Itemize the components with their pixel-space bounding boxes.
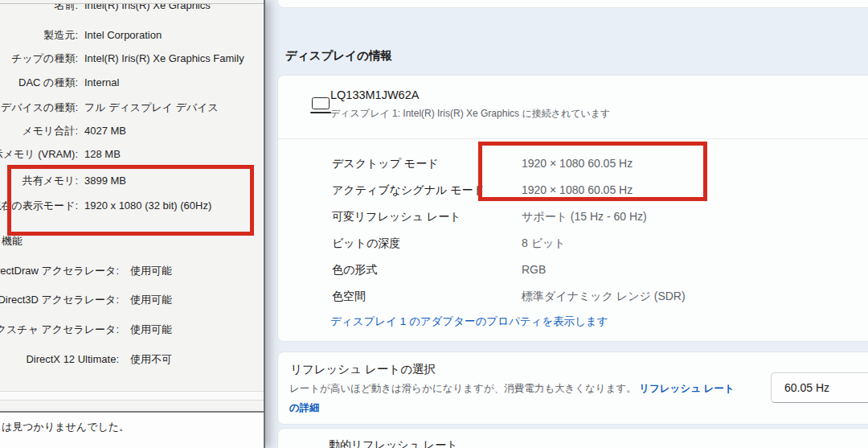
row-value: Intel(R) Iris(R) Xe Graphics Family [84, 51, 244, 67]
screenshot-root: ディスプレイの情報 LQ133M1JW62A ディスプレイ 1: Intel(R… [0, 0, 868, 448]
row-value: Internal [84, 75, 119, 91]
refresh-rate-title: リフレッシュ レートの選択 [290, 362, 436, 377]
notes-groupbox-line [0, 400, 264, 401]
dxdiag-row-shared-memory: 共有メモリ: 3899 MB [0, 173, 264, 189]
dxdiag-row-directdraw: DirectDraw アクセラレータ: 使用可能 [0, 263, 264, 279]
refresh-rate-description-text: レートが高いほど動きは滑らかになりますが、消費電力も大きくなります。 [289, 383, 639, 394]
dxdiag-row-vram: 表示メモリ (VRAM): 128 MB [0, 146, 264, 162]
groupbox-gap [0, 392, 264, 400]
dxdiag-window: 名前: Intel(R) Iris(R) Xe Graphics 製造元: In… [0, 0, 265, 448]
refresh-rate-dropdown[interactable]: 60.05 Hz [771, 372, 868, 403]
display-info-card-header[interactable]: LQ133M1JW62A ディスプレイ 1: Intel(R) Iris(R) … [278, 76, 868, 138]
dxdiag-row-device-type: デバイスの種類: フル ディスプレイ デバイス [0, 100, 264, 116]
dxdiag-row-direct3d: Direct3D アクセラレータ: 使用可能 [0, 292, 264, 308]
adapter-properties-link[interactable]: ディスプレイ 1 のアダプターのプロパティを表示します [330, 314, 608, 329]
row-label: 製造元: [43, 27, 78, 43]
row-label: デバイスの種類: [1, 100, 78, 116]
dxdiag-features-header: 機能 [2, 233, 23, 249]
row-value: RGB [522, 261, 546, 277]
row-value: 使用可能 [130, 292, 172, 308]
row-label: DirectDraw アクセラレータ: [0, 263, 119, 279]
settings-display-page: ディスプレイの情報 LQ133M1JW62A ディスプレイ 1: Intel(R… [265, 0, 868, 448]
dxdiag-row-manufacturer: 製造元: Intel Corporation [0, 27, 264, 43]
row-label: AGP テクスチャ アクセラレータ: [0, 322, 119, 338]
groupbox-top-line [0, 3, 264, 4]
row-label: 可変リフレッシュ レート [332, 208, 461, 224]
dxdiag-row-agp-texture: AGP テクスチャ アクセラレータ: 使用可能 [0, 322, 264, 338]
display-info-card: LQ133M1JW62A ディスプレイ 1: Intel(R) Iris(R) … [277, 75, 868, 342]
notes-text: は見つかりませんでした。 [2, 420, 129, 434]
dxdiag-row-dac-type: DAC の種類: Internal [0, 75, 264, 91]
row-value: 使用可能 [130, 263, 172, 279]
row-label: 色の形式 [332, 261, 377, 277]
row-value: 標準ダイナミック レンジ (SDR) [522, 288, 686, 304]
row-value: Intel Corporation [84, 27, 162, 43]
refresh-rate-description: レートが高いほど動きは滑らかになりますが、消費電力も大きくなります。 リフレッシ… [289, 379, 751, 417]
row-label: メモリ合計: [22, 123, 78, 139]
row-label: Direct3D アクセラレータ: [0, 292, 119, 308]
row-value: サポート (15 Hz - 60 Hz) [522, 208, 647, 224]
row-value: 1920 × 1080 60.05 Hz [522, 182, 633, 198]
row-label: 共有メモリ: [22, 173, 78, 189]
laptop-icon [310, 97, 331, 115]
dxdiag-row-chip-type: チップの種類: Intel(R) Iris(R) Xe Graphics Fam… [0, 51, 264, 67]
row-label: ビットの深度 [332, 235, 400, 251]
row-label: デスクトップ モード [332, 155, 439, 171]
monitor-connection-subtitle: ディスプレイ 1: Intel(R) Iris(R) Xe Graphics に… [330, 107, 610, 121]
refresh-rate-card: リフレッシュ レートの選択 レートが高いほど動きは滑らかになりますが、消費電力も… [277, 351, 868, 425]
monitor-name: LQ133M1JW62A [330, 88, 419, 101]
dynamic-refresh-rate-title: 動的リフレッシュ レート [329, 438, 458, 448]
section-header-display-info: ディスプレイの情報 [285, 48, 392, 64]
row-value: フル ディスプレイ デバイス [84, 100, 219, 116]
row-value: 1920 × 1080 60.05 Hz [522, 155, 633, 171]
dxdiag-row-total-memory: メモリ合計: 4027 MB [0, 123, 264, 139]
previous-card-remnant [277, 0, 868, 8]
dxdiag-row-current-display-mode: 現在の表示モード: 1920 x 1080 (32 bit) (60Hz) [0, 198, 264, 214]
dxdiag-row-directx12-ultimate: DirectX 12 Ultimate: 使用不可 [0, 351, 264, 368]
dxdiag-notes-box[interactable]: は見つかりませんでした。 [0, 413, 264, 448]
row-label: チップの種類: [11, 51, 78, 67]
row-label: 表示メモリ (VRAM): [0, 146, 78, 162]
row-value: 8 ビット [522, 235, 566, 251]
row-value: 3899 MB [84, 173, 126, 189]
row-value: 4027 MB [84, 123, 126, 139]
row-value: 使用可能 [130, 322, 172, 338]
row-label: 色空間 [332, 288, 366, 304]
row-label: 現在の表示モード: [0, 198, 78, 214]
row-label: DirectX 12 Ultimate: [26, 351, 119, 368]
row-label: アクティブなシグナル モード [332, 182, 485, 198]
dynamic-refresh-rate-card: 動的リフレッシュ レート [277, 428, 868, 448]
row-label: DAC の種類: [18, 75, 78, 91]
card-divider [278, 138, 868, 139]
row-value: 1920 x 1080 (32 bit) (60Hz) [84, 198, 211, 214]
row-value: 128 MB [84, 146, 121, 162]
row-value: 使用不可 [130, 351, 172, 368]
